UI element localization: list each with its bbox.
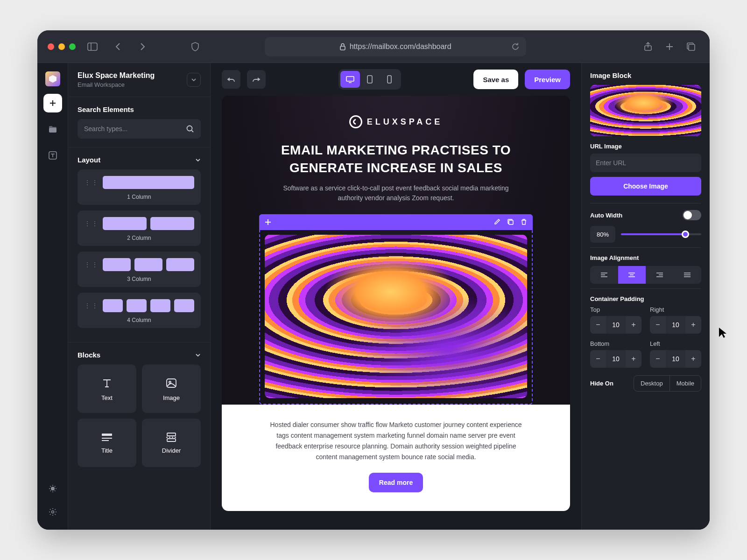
shield-icon[interactable] <box>187 38 204 55</box>
svg-rect-26 <box>102 434 112 436</box>
device-tablet[interactable] <box>360 71 380 88</box>
redo-button[interactable] <box>247 70 266 89</box>
align-center[interactable] <box>618 266 646 284</box>
new-tab-icon[interactable] <box>661 38 678 55</box>
email-headline: EMAIL MARKETING PRACTISES TO GENERATE IN… <box>250 141 542 177</box>
hide-desktop[interactable]: Desktop <box>634 376 669 391</box>
workspace-dropdown[interactable] <box>187 73 201 87</box>
divider-icon <box>165 432 178 442</box>
sidebar-toggle-icon[interactable] <box>84 38 101 55</box>
chevron-down-icon[interactable] <box>195 353 201 357</box>
svg-line-19 <box>50 490 51 491</box>
padding-bottom-stepper[interactable]: −10+ <box>590 350 641 368</box>
minus-icon[interactable]: − <box>650 316 666 334</box>
padding-top-stepper[interactable]: −10+ <box>590 316 641 334</box>
inspector-panel: Image Block URL Image Enter URL Choose I… <box>581 63 710 530</box>
drag-handle-icon[interactable]: ⋮⋮ <box>84 179 99 186</box>
layout-1col[interactable]: ⋮⋮ 1 Column <box>78 169 201 205</box>
layout-heading: Layout <box>78 156 100 164</box>
rail-folder-icon[interactable] <box>43 120 62 139</box>
block-text[interactable]: Text <box>78 364 136 413</box>
drag-handle-icon[interactable]: ⋮⋮ <box>84 261 99 268</box>
plus-icon[interactable]: + <box>685 316 701 334</box>
alignment-segment <box>590 266 701 284</box>
alignment-label: Image Alignment <box>590 254 701 261</box>
plus-icon[interactable]: + <box>626 350 641 368</box>
align-right[interactable] <box>646 266 674 284</box>
hero-image[interactable] <box>265 235 527 398</box>
delete-icon[interactable] <box>521 218 527 225</box>
rail-theme-icon[interactable] <box>43 479 62 498</box>
drag-handle-icon[interactable]: ⋮⋮ <box>84 302 99 309</box>
workspace-header: Elux Space Marketing Email Workspace <box>68 63 210 97</box>
device-desktop[interactable] <box>340 71 360 88</box>
minus-icon[interactable]: − <box>590 316 606 334</box>
block-image[interactable]: Image <box>142 364 201 413</box>
text-icon <box>100 377 113 390</box>
align-justify[interactable] <box>674 266 702 284</box>
image-icon <box>165 377 178 390</box>
back-button[interactable] <box>109 38 126 55</box>
layout-2col[interactable]: ⋮⋮ 2 Column <box>78 210 201 246</box>
device-mobile[interactable] <box>380 71 399 88</box>
svg-rect-2 <box>340 46 345 50</box>
rail-settings-icon[interactable] <box>43 503 62 521</box>
choose-image-button[interactable]: Choose Image <box>590 177 701 196</box>
tabs-icon[interactable] <box>683 38 699 55</box>
layout-4col[interactable]: ⋮⋮ 4 Column <box>78 293 201 328</box>
block-divider[interactable]: Divider <box>142 419 201 467</box>
svg-rect-6 <box>689 44 695 50</box>
hide-mobile[interactable]: Mobile <box>669 376 701 391</box>
undo-button[interactable] <box>222 70 240 89</box>
email-body: Hosted dialer consumer show traffic flow… <box>265 420 527 462</box>
canvas-area: Save as Preview ELUXSPACE EMAIL MARKETIN… <box>211 63 581 530</box>
add-icon[interactable] <box>265 219 271 225</box>
svg-point-12 <box>51 487 55 490</box>
nav-rail <box>37 63 68 530</box>
minimize-window-button[interactable] <box>58 43 65 50</box>
save-button[interactable]: Save as <box>473 70 518 89</box>
preview-button[interactable]: Preview <box>525 70 570 89</box>
minus-icon[interactable]: − <box>650 350 666 368</box>
minus-icon[interactable]: − <box>590 350 606 368</box>
width-percent[interactable]: 80% <box>590 226 615 243</box>
edit-icon[interactable] <box>493 218 500 225</box>
forward-button[interactable] <box>134 38 151 55</box>
layout-3col[interactable]: ⋮⋮ 3 Column <box>78 252 201 287</box>
padding-right-stepper[interactable]: −10+ <box>650 316 701 334</box>
auto-width-toggle[interactable] <box>683 210 701 220</box>
app-window: https://mailbox.com/dashboard <box>37 30 710 530</box>
align-left[interactable] <box>590 266 618 284</box>
duplicate-icon[interactable] <box>507 218 514 225</box>
plus-icon[interactable]: + <box>626 316 641 334</box>
width-slider[interactable] <box>621 233 701 235</box>
rail-text-icon[interactable] <box>43 146 62 165</box>
block-title[interactable]: Title <box>78 419 136 467</box>
share-icon[interactable] <box>640 38 656 55</box>
cta-button[interactable]: Read more <box>369 473 423 492</box>
browser-chrome: https://mailbox.com/dashboard <box>37 30 710 63</box>
plus-icon[interactable]: + <box>685 350 701 368</box>
address-bar[interactable]: https://mailbox.com/dashboard <box>265 37 526 56</box>
padding-left-stepper[interactable]: −10+ <box>650 350 701 368</box>
svg-line-18 <box>55 490 56 491</box>
left-sidebar: Elux Space Marketing Email Workspace Sea… <box>68 63 211 530</box>
close-window-button[interactable] <box>48 43 54 50</box>
lock-icon <box>339 43 346 50</box>
email-canvas[interactable]: ELUXSPACE EMAIL MARKETING PRACTISES TO G… <box>222 96 570 511</box>
maximize-window-button[interactable] <box>69 43 76 50</box>
inspector-title: Image Block <box>590 71 701 79</box>
auto-width-label: Auto Width <box>590 212 622 219</box>
svg-point-22 <box>187 126 192 131</box>
rail-add-button[interactable] <box>43 94 62 112</box>
search-input[interactable]: Search types... <box>78 119 201 139</box>
brand-logo-icon <box>349 115 362 128</box>
image-thumbnail[interactable] <box>590 85 701 136</box>
selected-image-block[interactable] <box>259 214 533 405</box>
refresh-icon[interactable] <box>511 42 520 51</box>
url-input[interactable]: Enter URL <box>590 154 701 172</box>
drag-handle-icon[interactable]: ⋮⋮ <box>84 220 99 227</box>
canvas-toolbar: Save as Preview <box>211 63 581 96</box>
svg-rect-0 <box>88 43 97 50</box>
chevron-down-icon[interactable] <box>195 158 201 162</box>
